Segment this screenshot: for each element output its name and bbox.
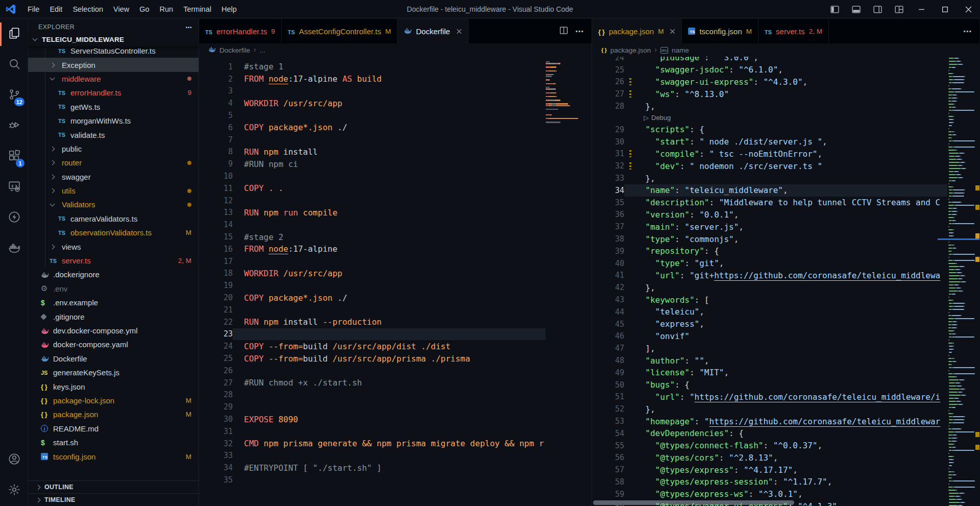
tree-item-getWs.ts[interactable]: TSgetWs.ts — [28, 100, 199, 114]
code-line-55[interactable]: 55 "@types/connect-flash": "^0.0.37", — [592, 440, 947, 452]
tab-errorHandler.ts[interactable]: TSerrorHandler.ts9 — [199, 19, 282, 43]
code-line-24[interactable]: 24COPY --from=build /usr/src/app/dist ./… — [199, 340, 546, 352]
code-line-52[interactable]: 52 }, — [592, 403, 947, 415]
code-line-41[interactable]: 41 "url": "git+https://github.com/corona… — [592, 270, 947, 282]
code-line-32[interactable]: 32CMD npm prisma generate && npm prisma … — [199, 438, 546, 450]
tree-item-views[interactable]: views — [28, 239, 199, 253]
code-line-54[interactable]: 54 "devDependencies": { — [592, 427, 947, 440]
activity-search[interactable] — [0, 50, 28, 80]
tree-item-docker-compose.yaml[interactable]: docker-compose.yaml — [28, 338, 199, 351]
tree-item-server.ts[interactable]: TSserver.ts2, M — [28, 254, 199, 268]
code-line-44[interactable]: 44 "teleicu", — [592, 306, 947, 318]
code-line-53[interactable]: 53 "homepage": "https://github.com/coron… — [592, 415, 947, 427]
outline-section[interactable]: OUTLINE — [28, 480, 199, 493]
activity-thunder-client[interactable] — [0, 203, 28, 233]
code-line-23[interactable]: 23 — [199, 328, 546, 341]
code-line-13[interactable]: 13RUN npm run compile — [199, 207, 546, 219]
code-line-15[interactable]: 15#stage 2 — [199, 231, 546, 243]
code-line-8[interactable]: 8RUN npm install — [199, 146, 546, 158]
minimap-package-json[interactable] — [947, 57, 975, 506]
tree-item-observationValidators.ts[interactable]: TSobservationValidators.tsM — [28, 226, 199, 239]
toggle-panel-icon[interactable] — [845, 0, 867, 18]
code-line-21[interactable]: 21 — [199, 304, 546, 316]
code-line-19[interactable]: 19 — [199, 279, 546, 292]
code-line-50[interactable]: 50 "bugs": { — [592, 379, 947, 391]
code-line-28[interactable]: 28 }, — [592, 100, 947, 112]
tree-item-README.md[interactable]: iREADME.md — [28, 422, 199, 436]
activity-remote-explorer[interactable] — [0, 172, 28, 203]
code-line-40[interactable]: 40 "type": "git", — [592, 257, 947, 270]
code-line-29[interactable]: 29 "scripts": { — [592, 124, 947, 136]
code-line-51[interactable]: 51 "url": "https://github.com/coronasafe… — [592, 391, 947, 403]
code-line-26[interactable]: 26 — [199, 365, 546, 377]
code-line-58[interactable]: 58 "@types/express-session": "^1.17.7", — [592, 476, 947, 488]
code-line-36[interactable]: 36 "version": "0.0.1", — [592, 209, 947, 221]
tree-item-tsconfig.json[interactable]: TStsconfig.jsonM — [28, 449, 199, 463]
code-line-33[interactable]: 33 }, — [592, 172, 947, 184]
minimap-dockerfile[interactable] — [546, 57, 581, 506]
code-line-30[interactable]: 30EXPOSE 8090 — [199, 413, 546, 425]
code-line-2[interactable]: 2FROM node:17-alpine AS build — [199, 73, 546, 85]
code-line-38[interactable]: 38 "type": "commonjs", — [592, 233, 947, 245]
tree-item-Exception[interactable]: Exception — [28, 58, 199, 71]
code-line-20[interactable]: 20COPY package*.json ./ — [199, 292, 546, 304]
code-line-6[interactable]: 6COPY package*.json ./ — [199, 122, 546, 134]
code-line-28[interactable]: 28 — [199, 389, 546, 401]
tree-item-Validators[interactable]: Validators — [28, 198, 199, 211]
tree-item-Dockerfile[interactable]: Dockerfile — [28, 352, 199, 366]
close-tab-icon[interactable] — [456, 27, 462, 36]
code-line-43[interactable]: 43 "keywords": [ — [592, 294, 947, 306]
minimize-button[interactable] — [910, 0, 933, 18]
code-line-26[interactable]: 26 "swagger-ui-express": "^4.3.0", — [592, 76, 947, 88]
code-line-10[interactable]: 10 — [199, 170, 546, 182]
code-line-32[interactable]: 32 "dev": " nodemon ./src/server.ts " — [592, 160, 947, 172]
dockerfile-editor[interactable]: 1#stage 12FROM node:17-alpine AS build34… — [199, 57, 592, 506]
activity-run-and-debug[interactable] — [0, 111, 28, 141]
activity-explorer[interactable] — [0, 19, 28, 50]
tree-item-.dockerignore[interactable]: .dockerignore — [28, 268, 199, 281]
tree-item-router[interactable]: router — [28, 156, 199, 170]
tree-item-morganWithWs.ts[interactable]: TSmorganWithWs.ts — [28, 114, 199, 128]
menu-help[interactable]: Help — [216, 3, 242, 16]
code-line-30[interactable]: 30 "start": " node ./dist/server.js ", — [592, 136, 947, 148]
code-line-37[interactable]: 37 "main": "server.js", — [592, 221, 947, 233]
activity-accounts[interactable] — [0, 445, 28, 475]
toggle-secondary-sidebar-icon[interactable] — [867, 0, 888, 18]
tree-item-utils[interactable]: utils — [28, 184, 199, 198]
tab-AssetConfigController.ts[interactable]: TSAssetConfigController.tsM — [282, 19, 398, 43]
more-actions-icon[interactable]: ⋯ — [575, 27, 583, 36]
more-actions-icon[interactable]: ⋯ — [963, 27, 971, 36]
code-line-3[interactable]: 3 — [199, 85, 546, 98]
tree-item-ServerStatusController.ts[interactable]: TSServerStatusController.ts — [28, 49, 199, 58]
activity-manage[interactable] — [0, 475, 28, 506]
code-line-39[interactable]: 39 "repository": { — [592, 245, 947, 257]
code-line-12[interactable]: 12 — [199, 195, 546, 207]
code-line-14[interactable]: 14 — [199, 219, 546, 231]
code-line-5[interactable]: 5 — [199, 109, 546, 122]
code-line-56[interactable]: 56 "@types/cors": "^2.8.13", — [592, 452, 947, 464]
tree-item-swagger[interactable]: swagger — [28, 170, 199, 184]
menu-terminal[interactable]: Terminal — [178, 3, 216, 16]
code-line-48[interactable]: 48 "author": "", — [592, 354, 947, 367]
menu-view[interactable]: View — [108, 3, 134, 16]
code-line-27[interactable]: 27 "ws": "^8.13.0" — [592, 88, 947, 100]
project-root-folder[interactable]: TELEICU_MIDDLEWARE — [28, 32, 199, 46]
tree-item-public[interactable]: public — [28, 142, 199, 156]
code-line-60[interactable]: 60 "@types/swagger-ui-express": "^4.1.3"… — [592, 500, 947, 506]
menu-selection[interactable]: Selection — [67, 3, 108, 16]
tab-Dockerfile[interactable]: Dockerfile — [398, 19, 469, 43]
code-line-1[interactable]: 1#stage 1 — [199, 61, 546, 73]
breadcrumb-dockerfile[interactable]: Dockerfile › ... — [199, 43, 592, 57]
menu-go[interactable]: Go — [134, 3, 154, 16]
code-line-34[interactable]: 34#ENTRYPOINT [ "./start.sh" ] — [199, 462, 546, 474]
code-line-42[interactable]: 42 }, — [592, 281, 947, 294]
code-line-46[interactable]: 46 "onvif" — [592, 330, 947, 343]
code-line-25[interactable]: 25 "swagger-jsdoc": "^6.1.0", — [592, 64, 947, 76]
timeline-section[interactable]: TIMELINE — [28, 493, 199, 506]
tree-item-generateKeySets.js[interactable]: JSgenerateKeySets.js — [28, 366, 199, 379]
code-line-33[interactable]: 33 — [199, 450, 546, 462]
code-line-35[interactable]: 35 — [199, 474, 546, 486]
tree-item-.gitignore[interactable]: .gitignore — [28, 309, 199, 323]
activity-extensions[interactable]: 1 — [0, 141, 28, 172]
tree-item-dev.docker-compose.yml[interactable]: dev.docker-compose.yml — [28, 324, 199, 338]
